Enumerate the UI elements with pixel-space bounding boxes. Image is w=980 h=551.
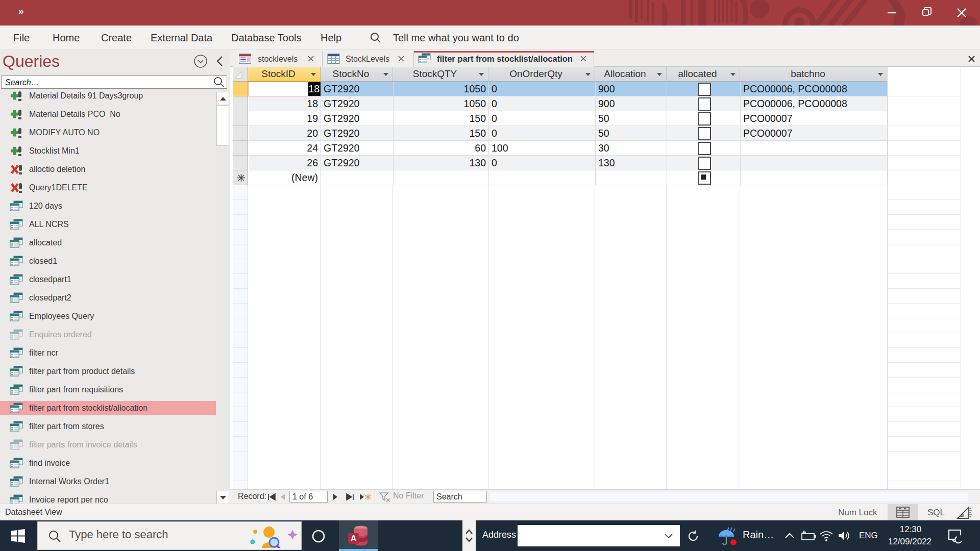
svg-text:A: A	[351, 534, 357, 543]
